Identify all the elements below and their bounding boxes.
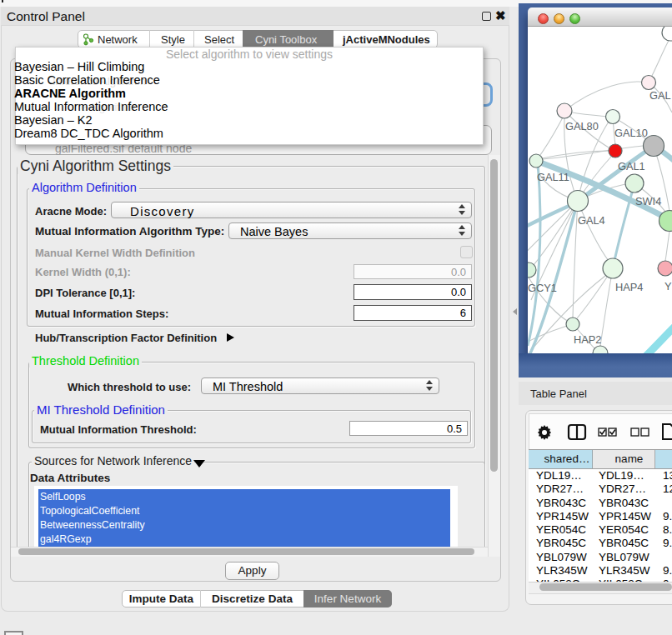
svg-text:GCY1: GCY1 [528,282,557,294]
svg-text:GAL1: GAL1 [618,160,645,172]
svg-text:GAL10: GAL10 [614,127,648,139]
svg-text:GAL: GAL [649,89,671,102]
svg-text:GAL80: GAL80 [565,120,599,132]
svg-text:GAL4: GAL4 [578,214,605,227]
svg-text:GAL11: GAL11 [537,171,569,183]
svg-text:HAP2: HAP2 [574,333,601,346]
svg-text:Y: Y [664,280,672,292]
svg-text:HAP4: HAP4 [615,281,643,293]
svg-text:SWI4: SWI4 [635,195,661,208]
